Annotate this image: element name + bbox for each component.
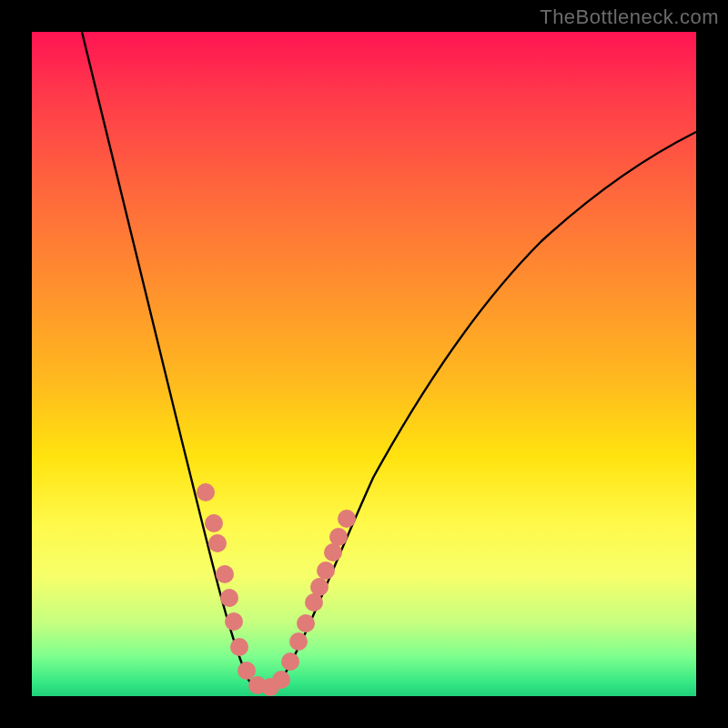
- dot: [225, 612, 243, 631]
- chart-frame: TheBottleneck.com: [0, 0, 728, 728]
- dot: [281, 652, 299, 671]
- dot: [205, 514, 223, 532]
- dot: [305, 593, 323, 612]
- dot: [197, 483, 215, 501]
- highlight-dots-group: [197, 483, 356, 696]
- dot: [338, 510, 356, 528]
- dot: [310, 578, 329, 596]
- dot: [208, 534, 227, 552]
- dot: [230, 638, 248, 656]
- dot: [220, 589, 238, 607]
- dot: [289, 632, 308, 651]
- watermark-text: TheBottleneck.com: [540, 5, 719, 29]
- dot: [329, 528, 348, 546]
- dot: [297, 614, 315, 632]
- chart-overlay-svg: [32, 32, 696, 696]
- dot: [238, 662, 256, 680]
- dot: [272, 671, 290, 689]
- chart-plot-area: [32, 32, 696, 696]
- bottleneck-curve: [82, 32, 696, 691]
- dot: [216, 565, 234, 583]
- dot: [324, 543, 342, 561]
- dot: [317, 561, 335, 580]
